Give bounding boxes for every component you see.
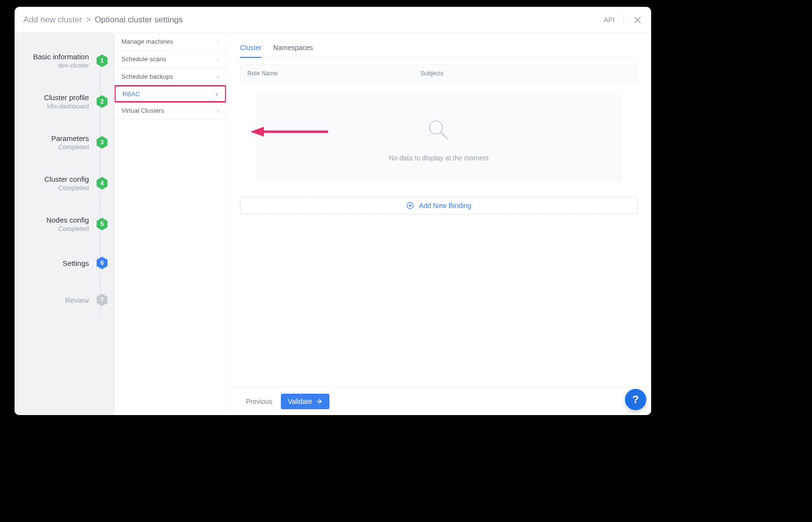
chevron-right-icon: › [217, 107, 219, 115]
step-subtitle: Completed [44, 184, 89, 191]
sidebar-item-label: Manage machines [121, 38, 173, 45]
close-button[interactable] [633, 15, 642, 25]
svg-line-1 [441, 133, 448, 139]
step-title: Settings [63, 259, 89, 267]
search-empty-icon [424, 115, 454, 145]
breadcrumb-current: Optional cluster settings [95, 15, 183, 25]
step-subtitle: Completed [51, 143, 89, 151]
sidebar-item-schedule-backups[interactable]: Schedule backups › [115, 68, 226, 86]
step-badge: 4 [96, 177, 108, 190]
modal-header: Add new cluster > Optional cluster setti… [15, 7, 651, 33]
step-subtitle: Completed [46, 225, 89, 232]
settings-categories-sidebar: Manage machines › Schedule scans › Sched… [115, 33, 226, 415]
wizard-footer: Previous Validate [226, 387, 651, 415]
previous-button[interactable]: Previous [242, 398, 276, 405]
step-title: Basic information [33, 52, 89, 61]
sidebar-item-schedule-scans[interactable]: Schedule scans › [115, 51, 226, 68]
step-badge: 6 [96, 257, 108, 269]
breadcrumb-separator: > [86, 15, 91, 25]
step-parameters[interactable]: Parameters Completed 3 [15, 134, 114, 151]
step-badge: 2 [96, 95, 108, 108]
help-button[interactable]: ? [625, 389, 646, 410]
step-title: Nodes config [46, 216, 89, 224]
step-title: Cluster profile [44, 93, 89, 102]
column-role-name: Role Name [247, 70, 420, 77]
add-binding-label: Add New Binding [419, 202, 471, 209]
chevron-right-icon: › [217, 73, 219, 81]
main-content: Cluster Namespaces Role Name Subjects No… [226, 33, 651, 415]
sidebar-item-label: Virtual Clusters [121, 107, 164, 114]
sidebar-item-rbac[interactable]: RBAC › [115, 85, 226, 103]
step-badge: 7 [96, 294, 108, 306]
step-basic-information[interactable]: Basic information dev-cluster 1 [15, 52, 114, 69]
sidebar-item-label: Schedule backups [121, 73, 173, 80]
column-subjects: Subjects [420, 70, 577, 77]
stepper-sidebar: Basic information dev-cluster 1 Cluster … [15, 33, 115, 415]
close-icon [633, 15, 642, 25]
chevron-right-icon: › [216, 90, 218, 98]
step-badge: 1 [96, 54, 108, 67]
sidebar-item-virtual-clusters[interactable]: Virtual Clusters › [115, 102, 226, 120]
sidebar-item-manage-machines[interactable]: Manage machines › [115, 33, 226, 51]
breadcrumb-root[interactable]: Add new cluster [23, 15, 82, 25]
add-binding-button[interactable]: Add New Binding [240, 197, 638, 214]
sidebar-item-label: Schedule scans [121, 55, 166, 63]
step-settings[interactable]: Settings 6 [15, 257, 114, 269]
step-cluster-config[interactable]: Cluster config Completed 4 [15, 175, 114, 191]
modal-dialog: Add new cluster > Optional cluster setti… [15, 7, 651, 415]
breadcrumb: Add new cluster > Optional cluster setti… [23, 15, 183, 25]
chevron-right-icon: › [217, 55, 219, 63]
api-link[interactable]: API [604, 16, 615, 24]
step-subtitle: dev-cluster [33, 62, 89, 69]
tab-cluster[interactable]: Cluster [240, 42, 261, 57]
table-header: Role Name Subjects [240, 65, 638, 82]
step-title: Parameters [51, 134, 89, 142]
step-nodes-config[interactable]: Nodes config Completed 5 [15, 216, 114, 232]
step-badge: 3 [96, 136, 108, 149]
tabs: Cluster Namespaces [240, 42, 638, 58]
tab-namespaces[interactable]: Namespaces [273, 42, 313, 57]
validate-button[interactable]: Validate [281, 394, 329, 409]
step-title: Cluster config [44, 175, 89, 183]
column-actions [577, 70, 630, 77]
sidebar-item-label: RBAC [122, 90, 140, 98]
plus-circle-icon [406, 202, 414, 209]
step-badge: 5 [96, 218, 108, 230]
validate-label: Validate [288, 398, 312, 405]
modal-body: Basic information dev-cluster 1 Cluster … [15, 33, 651, 415]
help-icon: ? [632, 393, 639, 406]
step-review[interactable]: Review 7 [15, 294, 114, 306]
empty-state-text: No data to display at the moment [389, 154, 488, 162]
chevron-right-icon: › [217, 38, 219, 46]
step-cluster-profile[interactable]: Cluster profile k8s-dashboard 2 [15, 93, 114, 110]
step-subtitle: k8s-dashboard [44, 103, 89, 110]
divider [623, 15, 624, 25]
arrow-right-icon [316, 398, 323, 405]
step-title: Review [65, 296, 89, 304]
empty-state: No data to display at the moment [256, 95, 622, 182]
